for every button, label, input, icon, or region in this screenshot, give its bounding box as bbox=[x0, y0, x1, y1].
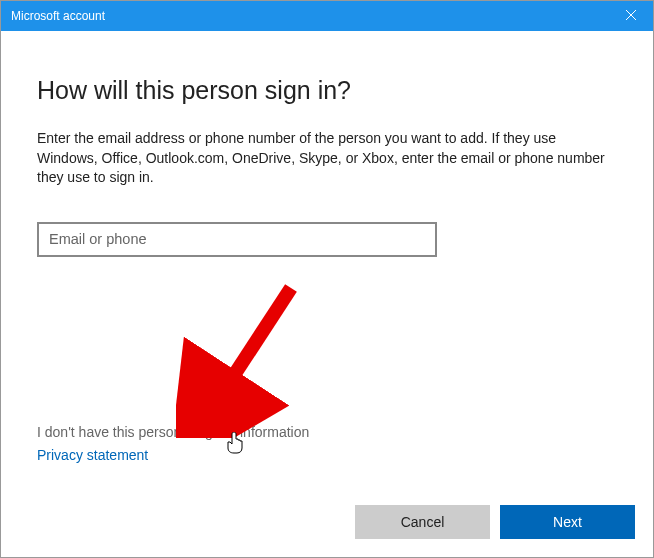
svg-line-1 bbox=[206, 288, 291, 418]
cancel-button[interactable]: Cancel bbox=[355, 505, 490, 539]
close-button[interactable] bbox=[608, 1, 653, 31]
next-button[interactable]: Next bbox=[500, 505, 635, 539]
no-signin-info-link[interactable]: I don't have this person's sign-in infor… bbox=[37, 424, 309, 440]
email-phone-input[interactable] bbox=[37, 222, 437, 257]
dialog-description: Enter the email address or phone number … bbox=[37, 129, 617, 188]
window-title: Microsoft account bbox=[11, 9, 105, 23]
titlebar: Microsoft account bbox=[1, 1, 653, 31]
dialog-content: How will this person sign in? Enter the … bbox=[1, 31, 653, 257]
close-icon bbox=[626, 9, 636, 23]
privacy-statement-link[interactable]: Privacy statement bbox=[37, 447, 309, 463]
arrow-annotation-icon bbox=[176, 278, 306, 438]
links-area: I don't have this person's sign-in infor… bbox=[37, 424, 309, 463]
dialog-footer: Cancel Next bbox=[355, 505, 635, 539]
dialog-heading: How will this person sign in? bbox=[37, 76, 617, 105]
